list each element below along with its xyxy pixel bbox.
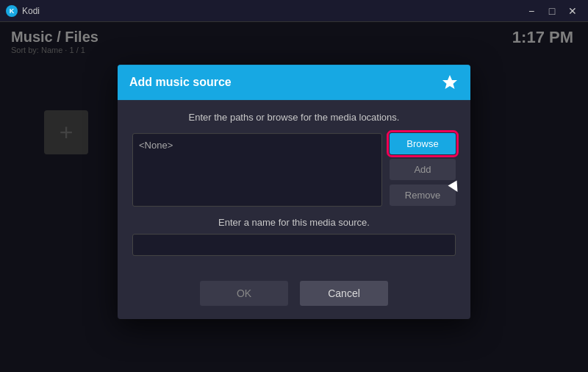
add-button[interactable]: Add: [390, 159, 456, 180]
maximize-button[interactable]: □: [542, 4, 562, 18]
cancel-button[interactable]: Cancel: [300, 281, 388, 306]
kodi-star-icon: [441, 74, 459, 91]
add-music-source-dialog: Add music source Enter the paths or brow…: [118, 65, 470, 319]
close-button[interactable]: ✕: [563, 4, 582, 18]
media-source-name-input[interactable]: [132, 234, 456, 256]
name-instruction: Enter a name for this media source.: [132, 217, 456, 228]
svg-marker-0: [442, 75, 457, 89]
name-section: Enter a name for this media source.: [132, 217, 456, 256]
dialog-footer: OK Cancel: [118, 271, 470, 319]
browse-button[interactable]: Browse: [390, 133, 456, 154]
kodi-logo-icon: K: [6, 5, 18, 17]
path-placeholder: <None>: [139, 140, 173, 151]
ok-button[interactable]: OK: [200, 281, 288, 306]
dialog-header: Add music source: [118, 65, 470, 100]
remove-button[interactable]: Remove: [390, 185, 456, 206]
path-list[interactable]: <None>: [132, 133, 382, 207]
app-title: Kodi: [22, 6, 40, 16]
minimize-button[interactable]: −: [522, 4, 541, 18]
main-content: Music / Files Sort by: Name · 1 / 1 1:17…: [0, 22, 588, 372]
path-buttons: Browse Add Remove: [390, 133, 456, 207]
dialog-body: Enter the paths or browse for the media …: [118, 100, 470, 271]
title-bar-left: K Kodi: [6, 5, 40, 17]
window-controls: − □ ✕: [522, 4, 582, 18]
title-bar: K Kodi − □ ✕: [0, 0, 588, 22]
dialog-instruction: Enter the paths or browse for the media …: [132, 112, 456, 123]
dialog-title: Add music source: [129, 76, 232, 89]
path-area: <None> Browse Add Remove: [132, 133, 456, 207]
